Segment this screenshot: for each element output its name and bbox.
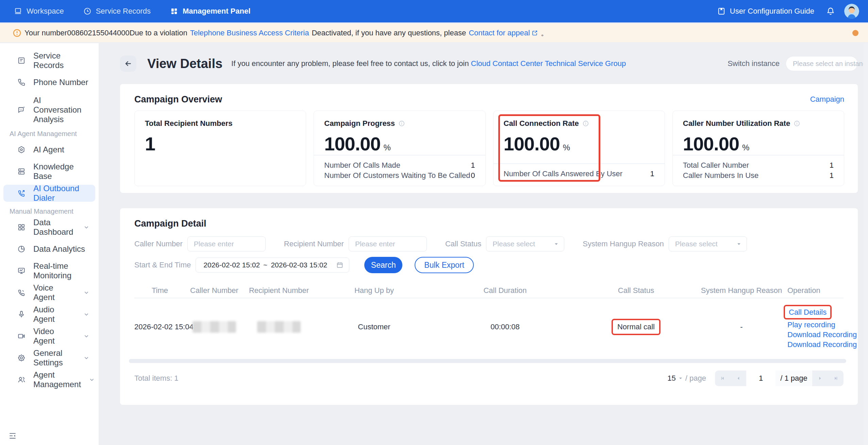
nav-management-panel[interactable]: Management Panel (170, 7, 250, 16)
last-page-button[interactable] (828, 370, 844, 386)
first-page-button[interactable] (715, 370, 731, 386)
caller-number-label: Caller Number (134, 240, 183, 248)
current-page[interactable]: 1 (746, 370, 775, 386)
chat-ai-icon (17, 105, 26, 114)
card-stats: Number Of Calls Answered By User1 (494, 163, 665, 179)
cell-call-duration: 00:00:08 (434, 323, 577, 331)
stat-value: 1 (830, 170, 834, 181)
cell-time: 2026-02-02 15:04:46 (134, 323, 185, 331)
switch-instance-select[interactable]: Please select an instance (786, 56, 858, 71)
sidebar-item-video-agent[interactable]: Video Agent (3, 328, 95, 345)
sidebar-item-agent-management[interactable]: Agent Management (3, 371, 95, 388)
page-subtitle: If you encounter any problem, please fee… (231, 59, 626, 68)
call-records-table: Time Caller Number Recipient Number Hang… (134, 283, 844, 356)
user-configuration-guide[interactable]: User Configuration Guide (717, 7, 814, 16)
sidebar-item-service-records[interactable]: Service Records (3, 52, 95, 69)
bulk-export-button[interactable]: Bulk Export (415, 257, 474, 273)
sidebar-item-data-dashboard[interactable]: Data Dashboard (3, 219, 95, 236)
chevron-down-icon (83, 224, 90, 231)
banner-link-criteria[interactable]: Telephone Business Access Criteria (190, 29, 309, 37)
sidebar-section-manual-management: Manual Management (10, 207, 99, 216)
date-range-input[interactable]: 2026-02-02 15:02 ~ 2026-02-03 15:02 (196, 258, 349, 273)
sidebar-collapse-icon[interactable] (8, 431, 17, 440)
horizontal-scrollbar[interactable] (129, 359, 846, 363)
pagination: 1 / 1 page (715, 370, 844, 386)
info-icon[interactable] (582, 120, 589, 127)
banner-link-appeal-label: Contact for appeal (469, 29, 530, 37)
card-call-connection-rate: Call Connection Rate 100.00 % Number Of … (493, 111, 665, 186)
campaign-detail-title: Campaign Detail (134, 218, 206, 229)
user-avatar[interactable] (844, 4, 859, 19)
gear-icon (17, 353, 26, 362)
sidebar-item-data-analytics[interactable]: Data Analytics (3, 241, 95, 258)
chevron-down-icon (83, 289, 90, 296)
sidebar-item-ai-outbound-dialer[interactable]: AI Outbound Dialer (3, 185, 95, 202)
cell-operation: Call Details Play recording Download Rec… (787, 305, 858, 349)
notification-bell-icon[interactable] (826, 6, 835, 16)
technical-service-group-link[interactable]: Cloud Contact Center Technical Service G… (471, 59, 626, 68)
call-status-select[interactable]: Please select (486, 236, 564, 251)
sidebar-item-ai-agent[interactable]: AI Agent (3, 141, 95, 158)
user-configuration-guide-label: User Configuration Guide (730, 7, 814, 16)
clock-icon (83, 7, 92, 16)
sidebar-item-general-settings[interactable]: General Settings (3, 349, 95, 366)
call-status-placeholder: Please select (493, 240, 535, 248)
call-details-link[interactable]: Call Details (789, 308, 827, 316)
next-page-button[interactable] (812, 370, 828, 386)
table-header-row: Time Caller Number Recipient Number Hang… (134, 283, 844, 298)
campaign-overview-head: Campaign Overview Campaign (134, 94, 844, 105)
col-caller-number: Caller Number (185, 286, 243, 295)
redacted-recipient-number (257, 321, 301, 333)
sidebar-item-audio-agent[interactable]: Audio Agent (3, 306, 95, 323)
campaign-overview-panel: Campaign Overview Campaign Total Recipie… (120, 84, 858, 193)
col-recipient-number: Recipient Number (243, 286, 315, 295)
chevron-down-icon (88, 376, 95, 383)
back-button[interactable] (120, 55, 136, 72)
sidebar-item-realtime-monitoring[interactable]: Real-time Monitoring (3, 262, 95, 279)
call-status-value: Normal call (617, 323, 655, 331)
sidebar-item-label: Service Records (33, 51, 90, 70)
col-hang-up-by: Hang Up by (315, 286, 434, 295)
info-icon[interactable] (794, 120, 800, 127)
nav-service-records[interactable]: Service Records (83, 7, 151, 16)
sidebar-item-ai-conversation-analysis[interactable]: AI Conversation Analysis (3, 96, 95, 124)
stat-label: Number Of Customers Waiting To Be Called (324, 170, 470, 181)
phone-outbound-icon (17, 189, 26, 198)
sidebar-item-voice-agent[interactable]: Voice Agent (3, 284, 95, 301)
banner-indicator-dot[interactable] (852, 30, 858, 36)
info-icon[interactable] (398, 120, 405, 127)
card-caller-number-utilization-rate: Caller Number Utilization Rate 100.00 % … (672, 111, 844, 186)
previous-page-button[interactable] (731, 370, 746, 386)
download-recording-text-link[interactable]: Download Recording Te (787, 340, 858, 349)
page-size-select[interactable]: 15 / page (667, 374, 706, 383)
nav-workspace[interactable]: Workspace (14, 7, 64, 16)
top-nav-left: Workspace Service Records Management Pan… (14, 7, 269, 16)
campaign-link[interactable]: Campaign (810, 95, 844, 104)
caller-number-input[interactable] (187, 236, 266, 251)
sidebar-section-ai-agent-management: AI Agent Management (10, 129, 99, 138)
caret-down-icon (679, 376, 683, 380)
date-start: 2026-02-02 15:02 (203, 261, 260, 269)
card-title: Call Connection Rate (504, 119, 579, 128)
sidebar-item-phone-number[interactable]: Phone Number (3, 74, 95, 91)
users-icon (17, 375, 26, 384)
chevron-down-icon (83, 333, 90, 340)
microphone-icon (17, 310, 26, 319)
stat-value: 0 (471, 170, 475, 181)
recipient-number-input[interactable] (349, 236, 427, 251)
phone-wave-icon (17, 288, 26, 297)
card-unit: % (563, 143, 570, 152)
sidebar-item-knowledge-base[interactable]: Knowledge Base (3, 163, 95, 180)
workspace-icon (14, 7, 22, 16)
vertical-scrollbar[interactable] (863, 43, 868, 445)
sidebar-item-label: Knowledge Base (33, 162, 90, 181)
search-button[interactable]: Search (364, 257, 402, 273)
caret-down-icon (737, 242, 741, 246)
dashboard-grid-icon (17, 223, 26, 232)
cell-caller-number (185, 321, 243, 333)
system-hangup-reason-select[interactable]: Please select (669, 236, 747, 251)
download-recording-audio-link[interactable]: Download Recording Au (787, 330, 858, 340)
banner-link-appeal[interactable]: Contact for appeal (469, 29, 538, 37)
switch-instance: Switch instance Please select an instanc… (728, 56, 858, 71)
play-recording-link[interactable]: Play recording (787, 320, 835, 330)
